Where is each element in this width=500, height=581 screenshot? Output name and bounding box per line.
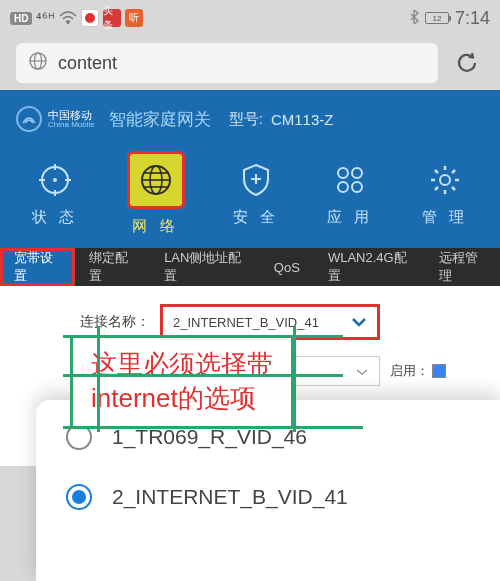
nav-status[interactable]: 状 态 bbox=[32, 160, 78, 227]
svg-point-19 bbox=[352, 168, 362, 178]
nav-label: 管 理 bbox=[422, 208, 468, 227]
clock: 7:14 bbox=[455, 8, 490, 29]
router-header: 中国移动 China Mobile 智能家庭网关 型号: CM113-Z bbox=[0, 90, 500, 148]
nav-network[interactable]: 网 络 bbox=[127, 151, 185, 236]
subnav-qos[interactable]: QoS bbox=[260, 248, 314, 286]
annotation-line2: internet的选项 bbox=[91, 382, 273, 416]
svg-point-0 bbox=[67, 22, 69, 24]
router-model-label: 型号: bbox=[229, 110, 263, 129]
bluetooth-icon bbox=[409, 9, 419, 28]
sub-nav: 宽带设置 绑定配置 LAN侧地址配置 QoS WLAN2.4G配置 远程管理 bbox=[0, 248, 500, 286]
brand-en: China Mobile bbox=[48, 121, 95, 130]
router-model: CM113-Z bbox=[271, 111, 334, 128]
conn-name-label: 连接名称： bbox=[20, 313, 160, 331]
option-label: 1_TR069_R_VID_46 bbox=[112, 425, 307, 449]
svg-point-22 bbox=[440, 175, 450, 185]
chevron-down-icon bbox=[351, 315, 367, 330]
app-icon-1 bbox=[81, 9, 99, 27]
address-bar: content bbox=[0, 36, 500, 90]
hd-badge: HD bbox=[10, 12, 32, 25]
globe-icon bbox=[28, 51, 48, 75]
nav-security[interactable]: 安 全 bbox=[233, 160, 279, 227]
router-title: 智能家庭网关 bbox=[109, 108, 211, 131]
svg-point-18 bbox=[338, 168, 348, 178]
app-icon-3: 听 bbox=[125, 9, 143, 27]
shield-icon bbox=[236, 160, 276, 200]
signal-icon: ⁴⁶ᴴ bbox=[36, 10, 55, 26]
grid-icon bbox=[330, 160, 370, 200]
url-input[interactable]: content bbox=[16, 43, 438, 83]
subnav-broadband[interactable]: 宽带设置 bbox=[0, 248, 75, 286]
url-text: content bbox=[58, 53, 117, 74]
nav-manage[interactable]: 管 理 bbox=[422, 160, 468, 227]
nav-label: 状 态 bbox=[32, 208, 78, 227]
subnav-wlan[interactable]: WLAN2.4G配置 bbox=[314, 248, 425, 286]
app-icon-2: 头条 bbox=[103, 9, 121, 27]
radio-icon bbox=[66, 484, 92, 510]
nav-label: 安 全 bbox=[233, 208, 279, 227]
subnav-remote[interactable]: 远程管理 bbox=[425, 248, 500, 286]
chevron-down-icon bbox=[355, 364, 369, 379]
globe-grid-icon bbox=[140, 164, 172, 196]
subnav-lan[interactable]: LAN侧地址配置 bbox=[150, 248, 260, 286]
battery-icon: 12 bbox=[425, 12, 449, 24]
logo: 中国移动 China Mobile bbox=[16, 106, 95, 132]
wifi-icon bbox=[59, 11, 77, 25]
gear-icon bbox=[425, 160, 465, 200]
nav-label: 应 用 bbox=[327, 208, 373, 227]
svg-point-21 bbox=[352, 182, 362, 192]
svg-point-1 bbox=[85, 13, 95, 23]
annotation-callout: 这里必须选择带 internet的选项 bbox=[70, 335, 294, 429]
conn-name-value: 2_INTERNET_B_VID_41 bbox=[173, 315, 319, 330]
nav-label: 网 络 bbox=[132, 217, 178, 236]
target-icon bbox=[35, 160, 75, 200]
refresh-button[interactable] bbox=[450, 46, 484, 80]
status-bar: HD ⁴⁶ᴴ 头条 听 12 7:14 bbox=[0, 0, 500, 36]
nav-apps[interactable]: 应 用 bbox=[327, 160, 373, 227]
subnav-binding[interactable]: 绑定配置 bbox=[75, 248, 150, 286]
option-row-2[interactable]: 2_INTERNET_B_VID_41 bbox=[66, 484, 470, 510]
main-nav: 状 态 网 络 安 全 应 用 管 理 bbox=[0, 148, 500, 248]
svg-point-20 bbox=[338, 182, 348, 192]
enable-checkbox[interactable] bbox=[432, 364, 446, 378]
logo-icon bbox=[16, 106, 42, 132]
enable-label: 启用： bbox=[390, 362, 429, 380]
svg-point-6 bbox=[53, 178, 57, 182]
brand-cn: 中国移动 bbox=[48, 109, 95, 121]
option-label: 2_INTERNET_B_VID_41 bbox=[112, 485, 348, 509]
